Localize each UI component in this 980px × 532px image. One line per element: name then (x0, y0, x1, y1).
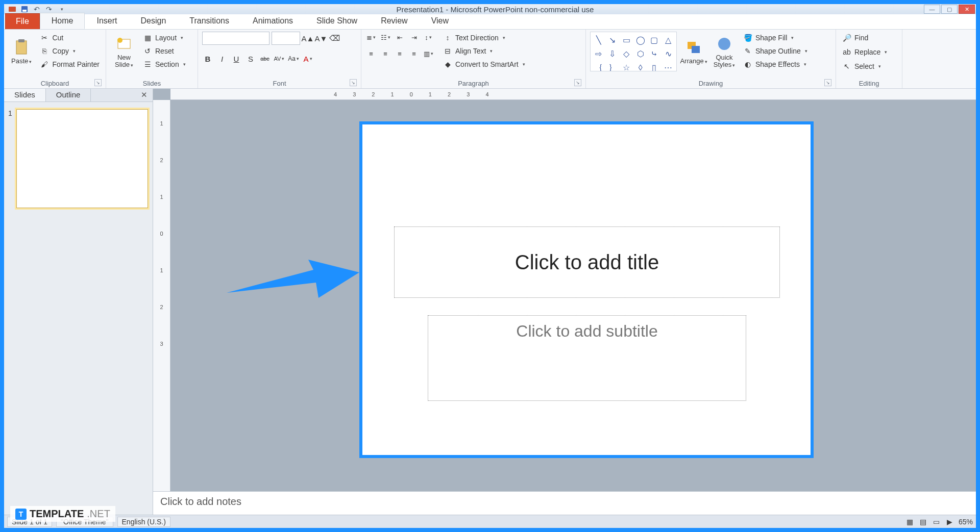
connector-icon[interactable]: ⤷ (648, 47, 660, 60)
panel-tab-slides[interactable]: Slides (4, 89, 46, 102)
line-spacing-button[interactable]: ↕ (423, 32, 434, 43)
italic-button[interactable]: I (216, 53, 228, 64)
format-painter-button[interactable]: 🖌Format Painter (38, 58, 102, 70)
editing-group-label: Editing (859, 80, 879, 87)
maximize-button[interactable]: ▢ (941, 5, 958, 14)
oval-icon[interactable]: ◯ (634, 34, 647, 46)
tab-slideshow[interactable]: Slide Show (305, 13, 369, 29)
notes-pane[interactable]: Click to add notes (153, 491, 976, 515)
shrink-font-icon[interactable]: A▼ (315, 33, 327, 44)
copy-button[interactable]: ⎘Copy (38, 45, 102, 57)
paragraph-dialog-launcher[interactable]: ↘ (574, 79, 581, 86)
thumbnail-item[interactable]: 1 (8, 109, 149, 208)
font-size-combo[interactable] (272, 32, 300, 45)
clear-format-icon[interactable]: ⌫ (329, 33, 340, 44)
normal-view-icon[interactable]: ▦ (905, 517, 915, 526)
brace-icon[interactable]: ｛ (592, 61, 605, 71)
shape-fill-button[interactable]: 🪣Shape Fill (741, 32, 810, 44)
callout-icon[interactable]: ◊ (634, 61, 647, 71)
change-case-button[interactable]: Aa (288, 53, 299, 64)
zoom-level[interactable]: 65% (959, 518, 973, 526)
thumbnail-preview[interactable] (16, 109, 148, 208)
drawing-dialog-launcher[interactable]: ↘ (824, 79, 831, 86)
rect-icon[interactable]: ▭ (620, 34, 633, 46)
brace2-icon[interactable]: ｝ (606, 61, 619, 71)
strike-button[interactable]: abc (259, 53, 271, 64)
curve-icon[interactable]: ∿ (662, 47, 675, 60)
textbox-icon[interactable]: ▯ (648, 61, 660, 71)
panel-tab-outline[interactable]: Outline (46, 89, 91, 102)
smartart-button[interactable]: ◆Convert to SmartArt (441, 58, 527, 70)
underline-button[interactable]: U (231, 53, 242, 64)
reset-icon: ↺ (143, 46, 152, 56)
line-icon[interactable]: ╲ (592, 34, 605, 46)
bullets-button[interactable]: ≣ (365, 32, 377, 43)
panel-close-icon[interactable]: ✕ (136, 89, 153, 102)
cut-button[interactable]: ✂Cut (38, 32, 102, 44)
section-button[interactable]: ☰Section (141, 58, 188, 70)
justify-button[interactable]: ≡ (408, 48, 420, 59)
shadow-button[interactable]: S (245, 53, 256, 64)
arrange-button[interactable]: Arrange (680, 32, 707, 71)
tab-home[interactable]: Home (40, 13, 85, 29)
title-placeholder[interactable]: Click to add title (394, 226, 780, 298)
decrease-indent-button[interactable]: ⇤ (394, 32, 405, 43)
tab-review[interactable]: Review (369, 13, 419, 29)
rounded-rect-icon[interactable]: ▢ (648, 34, 660, 46)
layout-button[interactable]: ▦Layout (141, 32, 188, 44)
grow-font-icon[interactable]: A▲ (302, 33, 313, 44)
numbering-button[interactable]: ☷ (380, 32, 391, 43)
diamond-icon[interactable]: ◇ (620, 47, 633, 60)
right-arrow-icon[interactable]: ⇨ (592, 47, 605, 60)
text-direction-button[interactable]: ↕Text Direction (441, 32, 527, 44)
paste-button[interactable]: Paste (8, 32, 35, 71)
columns-button[interactable]: ▥ (423, 48, 434, 59)
font-dialog-launcher[interactable]: ↘ (350, 79, 357, 86)
find-button[interactable]: 🔎Find (840, 32, 889, 44)
reset-button[interactable]: ↺Reset (141, 45, 188, 57)
slideshow-view-icon[interactable]: ▶ (945, 517, 954, 526)
slide[interactable]: Click to add title Click to add subtitle (359, 121, 814, 458)
save-icon[interactable] (19, 5, 30, 14)
shape-effects-button[interactable]: ◐Shape Effects (741, 58, 810, 70)
font-color-button[interactable]: A (302, 53, 313, 64)
char-spacing-button[interactable]: AV (274, 53, 285, 64)
align-text-button[interactable]: ⊟Align Text (441, 45, 527, 57)
align-left-button[interactable]: ≡ (365, 48, 377, 59)
tab-design[interactable]: Design (129, 13, 178, 29)
editor-area: 4 3 2 1 0 1 2 3 4 1 2 1 0 1 2 3 Click to… (153, 89, 976, 515)
align-center-button[interactable]: ≡ (380, 48, 391, 59)
arrow-icon[interactable]: ↘ (606, 34, 619, 46)
language[interactable]: English (U.S.) (117, 517, 170, 527)
clipboard-dialog-launcher[interactable]: ↘ (94, 79, 102, 86)
more-shapes-icon[interactable]: ⋯ (662, 61, 675, 71)
sorter-view-icon[interactable]: ▤ (919, 517, 928, 526)
replace-icon: ab (842, 47, 851, 57)
select-label: Select (854, 62, 874, 70)
down-arrow-icon[interactable]: ⇩ (606, 47, 619, 60)
shapes-gallery[interactable]: ╲ ↘ ▭ ◯ ▢ △ ⇨ ⇩ ◇ ⬡ ⤷ ∿ ｛ ｝ ☆ (590, 32, 677, 71)
shape-outline-button[interactable]: ✎Shape Outline (741, 45, 810, 57)
tab-insert[interactable]: Insert (85, 13, 129, 29)
reading-view-icon[interactable]: ▭ (932, 517, 941, 526)
increase-indent-button[interactable]: ⇥ (408, 32, 420, 43)
hexagon-icon[interactable]: ⬡ (634, 47, 647, 60)
replace-button[interactable]: abReplace (840, 46, 889, 58)
minimize-button[interactable]: — (924, 5, 940, 14)
new-slide-button[interactable]: New Slide (110, 32, 138, 71)
bold-button[interactable]: B (202, 53, 213, 64)
subtitle-placeholder[interactable]: Click to add subtitle (428, 315, 746, 401)
canvas[interactable]: Click to add title Click to add subtitle (170, 100, 976, 491)
tab-animations[interactable]: Animations (241, 13, 305, 29)
font-name-combo[interactable] (202, 32, 270, 45)
file-tab[interactable]: File (5, 13, 40, 29)
quick-styles-button[interactable]: Quick Styles (710, 32, 738, 71)
layout-label: Layout (155, 34, 177, 42)
align-right-button[interactable]: ≡ (394, 48, 405, 59)
tab-transitions[interactable]: Transitions (178, 13, 241, 29)
tab-view[interactable]: View (420, 13, 460, 29)
triangle-icon[interactable]: △ (662, 34, 675, 46)
close-button[interactable]: ✕ (959, 5, 975, 14)
star-icon[interactable]: ☆ (620, 61, 633, 71)
select-button[interactable]: ↖Select (840, 60, 889, 72)
